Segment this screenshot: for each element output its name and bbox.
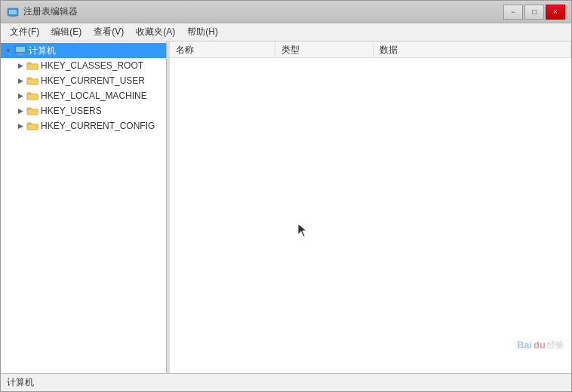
tree-toggle-current-config: ▶ <box>14 120 26 132</box>
col-header-data: 数据 <box>374 41 571 57</box>
tree-toggle-classes-root: ▶ <box>14 60 26 72</box>
svg-rect-12 <box>27 124 38 130</box>
tree-item-current-user[interactable]: ▶ HKEY_CURRENT_USER <box>1 73 166 88</box>
folder-icon-users <box>26 106 38 116</box>
column-headers: 名称 类型 数据 <box>170 41 571 58</box>
folder-icon-current-user <box>26 75 38 86</box>
tree-toggle-computer: ▼ <box>2 44 14 57</box>
menu-favorites[interactable]: 收藏夹(A) <box>130 24 181 40</box>
tree-label-classes-root: HKEY_CLASSES_ROOT <box>41 60 143 71</box>
svg-marker-13 <box>298 224 306 237</box>
menu-view[interactable]: 查看(V) <box>88 24 130 40</box>
menu-edit[interactable]: 编辑(E) <box>45 24 88 40</box>
tree-item-computer[interactable]: ▼ 计算机 <box>1 43 166 58</box>
tree-label-local-machine: HKEY_LOCAL_MACHINE <box>41 90 147 101</box>
svg-rect-11 <box>27 109 38 115</box>
tree-item-classes-root[interactable]: ▶ HKEY_CLASSES_ROOT <box>1 58 166 73</box>
main-window: 注册表编辑器 － □ × 文件(F) 编辑(E) 查看(V) 收藏夹(A) 帮助… <box>0 0 572 392</box>
statusbar-text: 计算机 <box>7 376 34 389</box>
watermark-jingyan: 经验 <box>547 339 564 351</box>
window-controls: － □ × <box>503 5 565 20</box>
app-icon <box>7 6 19 18</box>
titlebar: 注册表编辑器 － □ × <box>1 1 571 23</box>
menu-help[interactable]: 帮助(H) <box>181 24 224 40</box>
svg-rect-7 <box>17 54 24 55</box>
folder-icon-classes-root <box>26 60 38 71</box>
maximize-button[interactable]: □ <box>524 5 544 20</box>
tree-item-users[interactable]: ▶ HKEY_USERS <box>1 103 166 118</box>
tree-root: ▼ 计算机 ▶ <box>1 41 166 135</box>
close-button[interactable]: × <box>546 5 565 20</box>
svg-rect-3 <box>9 17 17 17</box>
watermark-baidu: Bai <box>517 339 532 351</box>
tree-item-local-machine[interactable]: ▶ HKEY_LOCAL_MACHINE <box>1 88 166 103</box>
folder-icon-local-machine <box>26 90 38 101</box>
col-header-type: 类型 <box>275 41 374 57</box>
tree-toggle-local-machine: ▶ <box>14 90 26 102</box>
tree-toggle-users: ▶ <box>14 105 26 117</box>
minimize-button[interactable]: － <box>503 5 523 20</box>
menubar: 文件(F) 编辑(E) 查看(V) 收藏夹(A) 帮助(H) <box>1 23 571 41</box>
computer-icon <box>14 45 26 56</box>
svg-rect-5 <box>16 47 25 52</box>
menu-file[interactable]: 文件(F) <box>4 24 45 40</box>
window-title: 注册表编辑器 <box>23 5 78 18</box>
tree-panel[interactable]: ▼ 计算机 ▶ <box>1 41 167 373</box>
svg-rect-10 <box>27 94 38 100</box>
svg-rect-1 <box>9 10 17 14</box>
tree-label-current-config: HKEY_CURRENT_CONFIG <box>41 121 155 131</box>
right-panel: 名称 类型 数据 Bai du 经验 <box>170 41 571 373</box>
watermark: Bai du 经验 <box>517 339 564 351</box>
svg-rect-9 <box>27 79 38 84</box>
right-content[interactable]: Bai du 经验 <box>170 58 571 373</box>
svg-rect-6 <box>18 53 23 54</box>
tree-toggle-current-user: ▶ <box>14 75 26 87</box>
tree-item-current-config[interactable]: ▶ HKEY_CURRENT_CONFIG <box>1 118 166 133</box>
svg-rect-8 <box>27 64 38 69</box>
col-header-name: 名称 <box>170 41 275 57</box>
tree-label-users: HKEY_USERS <box>41 106 102 116</box>
statusbar: 计算机 <box>1 373 571 391</box>
titlebar-left: 注册表编辑器 <box>7 5 78 18</box>
cursor <box>298 224 307 236</box>
tree-label-current-user: HKEY_CURRENT_USER <box>41 75 145 86</box>
watermark-du: du <box>534 339 546 351</box>
folder-icon-current-config <box>26 121 38 131</box>
content-area: ▼ 计算机 ▶ <box>1 41 571 373</box>
tree-label-computer: 计算机 <box>29 44 56 57</box>
